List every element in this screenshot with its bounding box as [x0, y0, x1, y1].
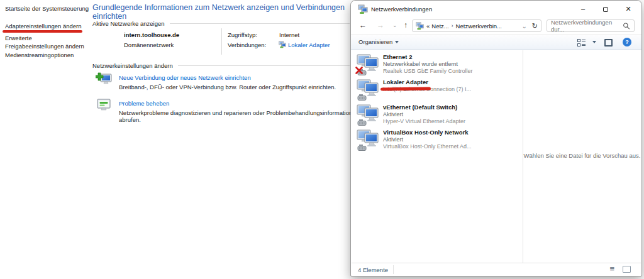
item-count: 4 Elemente [358, 266, 388, 273]
adapter-list: Ethernet 2 Netzwerkkabel wurde entfernt … [352, 50, 523, 263]
navigation-toolbar: ← → ⌄ ↑ « Netz... › Netzwerkverbin... ⌄ … [351, 18, 641, 35]
preview-pane: Wählen Sie eine Datei für die Vorschau a… [523, 50, 641, 263]
setup-new-connection-link[interactable]: Neue Verbindung oder neues Netzwerk einr… [119, 74, 251, 81]
adapter-device: VirtualBox Host-Only Ethernet Ad... [383, 143, 518, 150]
annotation-underline [3, 30, 82, 33]
folder-icon [416, 22, 424, 30]
maximize-icon [603, 7, 608, 12]
network-type: Domänennetzwerk [124, 41, 174, 48]
network-connections-window: Netzwerkverbindungen – ✕ ← → ⌄ ↑ « Netz.… [350, 0, 642, 276]
sidebar-item-control-panel-home[interactable]: Startseite der Systemsteuerung [5, 5, 92, 13]
sidebar-item-label: Adaptereinstellungen ändern [5, 23, 81, 30]
back-button[interactable]: ← [359, 21, 367, 30]
help-icon[interactable]: ? [623, 38, 631, 46]
network-adapter-icon [357, 79, 379, 101]
divider [393, 265, 394, 274]
connection-icon [279, 41, 286, 48]
disabled-x-icon [355, 67, 363, 74]
adapter-name: VirtualBox Host-Only Network [383, 129, 518, 136]
chevron-down-icon [395, 41, 399, 43]
adapter-status: Aktiviert [383, 111, 518, 118]
change-view-button[interactable] [577, 39, 586, 46]
adapter-device: Realtek USB GbE Family Controller [383, 68, 518, 75]
status-bar: 4 Elemente ≡ [352, 263, 641, 275]
address-dropdown-icon[interactable]: ⌄ [522, 23, 527, 30]
adapter-status: Netzwerkkabel wurde entfernt [383, 61, 518, 68]
troubleshoot-description: Netzwerkprobleme diagnostizieren und rep… [119, 109, 359, 123]
command-bar: Organisieren ? [351, 35, 641, 50]
preview-message: Wählen Sie eine Datei für die Vorschau a… [523, 152, 641, 159]
adapter-status: Aktiviert [383, 136, 518, 143]
access-type-value: Internet [279, 31, 299, 38]
section-title: Netzwerkeinstellungen ändern [92, 62, 173, 69]
minimize-button[interactable]: – [572, 1, 594, 17]
troubleshoot-icon [97, 99, 112, 111]
connections-link[interactable]: Lokaler Adapter [288, 41, 330, 48]
section-title: Aktive Netzwerke anzeigen [92, 20, 165, 27]
thumbnail-view-toggle[interactable] [623, 266, 631, 273]
connections-label: Verbindungen: [228, 41, 266, 48]
adapter-item-ethernet-2[interactable]: Ethernet 2 Netzwerkkabel wurde entfernt … [355, 53, 519, 78]
divider [170, 23, 350, 24]
preview-pane-button[interactable] [604, 39, 613, 46]
window-title: Netzwerkverbindungen [371, 6, 432, 13]
search-input[interactable]: Netzwerkverbindungen dur... [547, 19, 635, 32]
address-bar[interactable]: « Netz... › Netzwerkverbin... ⌄ ↻ [412, 19, 541, 32]
network-name: intern.toolhouse.de [124, 31, 179, 38]
divider [178, 65, 350, 66]
divider [221, 28, 222, 55]
section-change-network-settings: Netzwerkeinstellungen ändern [92, 62, 350, 69]
troubleshoot-link[interactable]: Probleme beheben [119, 100, 169, 107]
adapter-device: Hyper-V Virtual Ethernet Adapter [383, 118, 518, 125]
sidebar-item-change-adapter-settings[interactable]: Adaptereinstellungen ändern [5, 23, 92, 31]
breadcrumb-segment[interactable]: Netz... [431, 23, 448, 30]
network-sharing-center-window: Startseite der Systemsteuerung Adapterei… [0, 0, 351, 279]
adapter-item-vethernet-default-switch[interactable]: vEthernet (Default Switch) Aktiviert Hyp… [355, 103, 519, 128]
adapter-name: Lokaler Adapter [383, 79, 518, 86]
refresh-icon[interactable]: ↻ [532, 22, 538, 30]
access-type-label: Zugriffstyp: [228, 31, 257, 38]
setup-new-connection-description: Breitband-, DFÜ- oder VPN-Verbindung bzw… [119, 84, 358, 90]
adapter-item-virtualbox-host-only[interactable]: VirtualBox Host-Only Network Aktiviert V… [355, 128, 519, 153]
organize-menu-button[interactable]: Organisieren [358, 38, 399, 45]
view-dropdown-icon[interactable] [592, 41, 596, 43]
up-button[interactable]: ↑ [404, 21, 408, 30]
search-icon [623, 22, 630, 30]
adapter-name: Ethernet 2 [383, 53, 518, 61]
page-title: Grundlegende Informationen zum Netzwerk … [92, 3, 357, 21]
breadcrumb-segment[interactable]: Netzwerkverbin... [456, 23, 502, 30]
annotation-underline [380, 87, 431, 90]
recent-locations-button[interactable]: ⌄ [392, 22, 397, 28]
search-placeholder: Netzwerkverbindungen dur... [551, 19, 623, 33]
breadcrumb-overflow[interactable]: « [426, 23, 430, 30]
details-view-toggle[interactable]: ≡ [609, 264, 614, 273]
maximize-button[interactable] [595, 1, 616, 17]
close-button[interactable]: ✕ [618, 1, 639, 17]
adapter-item-lokaler-adapter[interactable]: Lokaler Adapter Intel(R) Ethernet Connec… [355, 78, 519, 103]
app-icon [358, 4, 368, 14]
section-active-networks: Aktive Netzwerke anzeigen [92, 20, 350, 27]
sidebar-item-media-streaming-options[interactable]: Medienstreamingoptionen [5, 52, 92, 60]
breadcrumb-separator: › [452, 23, 453, 29]
network-adapter-icon [357, 104, 379, 126]
forward-button[interactable]: → [377, 21, 384, 30]
adapter-name: vEthernet (Default Switch) [383, 104, 518, 111]
title-bar[interactable]: Netzwerkverbindungen – ✕ [351, 1, 641, 18]
new-connection-icon [96, 72, 113, 87]
network-adapter-icon [357, 129, 379, 151]
sidebar-item-advanced-sharing-settings[interactable]: Erweiterte Freigabeeinstellungen ändern [5, 35, 92, 50]
